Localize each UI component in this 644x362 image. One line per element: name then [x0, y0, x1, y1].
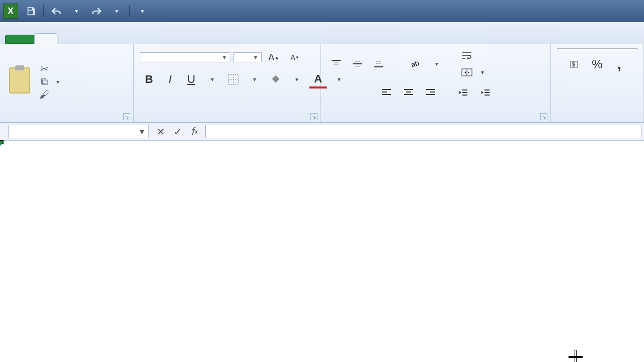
alignment-dialog-launcher[interactable]: ↘	[540, 113, 547, 120]
align-middle-icon[interactable]	[348, 55, 366, 73]
merge-center-button[interactable]: ▾	[457, 65, 488, 79]
borders-dropdown[interactable]: ▾	[246, 70, 264, 88]
enter-edit-icon[interactable]: ✓	[170, 125, 185, 139]
group-font: ▾ ▾ A▲ A▼ B I U ▾ ▾	[134, 44, 321, 122]
qat-customize-icon[interactable]: ▾	[135, 4, 150, 19]
cancel-edit-icon[interactable]: ✕	[153, 125, 168, 139]
insert-function-icon[interactable]: fx	[187, 125, 202, 139]
comma-icon[interactable]: ,	[610, 55, 628, 73]
clipboard-icon	[9, 67, 30, 94]
chevron-down-icon: ▾	[481, 69, 484, 76]
name-box[interactable]: ▼	[8, 125, 149, 138]
fill-color-button[interactable]	[267, 70, 285, 88]
number-format-combo[interactable]	[557, 48, 637, 51]
undo-icon[interactable]	[49, 4, 64, 19]
group-alignment-label: ↘	[321, 119, 550, 122]
shrink-font-icon[interactable]: A▼	[286, 48, 304, 66]
redo-icon[interactable]	[89, 4, 104, 19]
chevron-down-icon: ▼	[138, 128, 145, 136]
chevron-down-icon: ▾	[254, 54, 257, 61]
group-clipboard-label: ↘	[0, 119, 133, 122]
error-indicator-icon	[0, 141, 5, 146]
grow-font-icon[interactable]: A▲	[265, 48, 283, 66]
format-painter-button[interactable]: 🖌	[38, 90, 59, 100]
excel-app-icon[interactable]: X	[3, 4, 18, 19]
scissors-icon: ✂	[38, 64, 50, 74]
undo-dropdown-icon[interactable]: ▾	[69, 4, 84, 19]
quick-access-toolbar: X ▾ ▾ ▾	[0, 4, 150, 19]
group-number: $ % ,	[551, 44, 644, 122]
underline-button[interactable]: U	[182, 70, 200, 88]
chevron-down-icon: ▾	[56, 78, 59, 85]
svg-text:$: $	[572, 62, 575, 67]
increase-indent-icon[interactable]	[476, 83, 494, 102]
tab-home[interactable]	[34, 33, 57, 44]
underline-dropdown[interactable]: ▾	[203, 70, 221, 88]
italic-button[interactable]: I	[161, 70, 179, 88]
tab-insert[interactable]	[57, 33, 80, 44]
merge-icon	[461, 67, 473, 77]
group-number-label	[551, 119, 643, 122]
paintbrush-icon: 🖌	[38, 90, 50, 100]
accounting-format-icon[interactable]: $	[566, 55, 584, 73]
font-name-combo[interactable]: ▾	[140, 52, 230, 62]
align-right-icon[interactable]	[422, 83, 440, 102]
group-alignment: ab ▾ ▾	[321, 44, 551, 122]
orientation-dropdown[interactable]: ▾	[428, 55, 446, 73]
ribbon: ✂ ⧉ ▾ 🖌 ↘	[0, 44, 644, 123]
formula-input[interactable]	[205, 125, 642, 138]
tab-page-layout[interactable]	[80, 33, 104, 44]
tab-formulas[interactable]	[104, 33, 127, 44]
paste-button[interactable]	[4, 64, 35, 100]
chevron-down-icon: ▾	[223, 54, 226, 61]
svg-text:ab: ab	[410, 58, 420, 68]
ribbon-tabs	[0, 22, 644, 44]
wrap-text-icon	[461, 50, 473, 60]
title-bar: X ▾ ▾ ▾	[0, 0, 644, 22]
redo-dropdown-icon[interactable]: ▾	[109, 4, 124, 19]
tab-view[interactable]	[173, 33, 196, 44]
font-size-combo[interactable]: ▾	[233, 52, 262, 62]
orientation-button[interactable]: ab	[406, 55, 424, 73]
align-top-icon[interactable]	[327, 55, 345, 73]
borders-button[interactable]	[224, 70, 243, 88]
font-dialog-launcher[interactable]: ↘	[310, 113, 317, 120]
align-left-icon[interactable]	[377, 83, 395, 102]
fill-color-dropdown[interactable]: ▾	[288, 70, 306, 88]
group-clipboard: ✂ ⧉ ▾ 🖌 ↘	[0, 44, 134, 122]
percent-icon[interactable]: %	[588, 55, 606, 73]
align-center-icon[interactable]	[399, 83, 418, 102]
group-font-label: ↘	[134, 119, 320, 122]
copy-button[interactable]: ⧉ ▾	[38, 77, 59, 87]
wrap-text-button[interactable]	[457, 48, 488, 62]
bold-button[interactable]: B	[140, 70, 158, 88]
decrease-indent-icon[interactable]	[454, 83, 472, 102]
save-icon[interactable]	[23, 4, 38, 19]
formula-bar: ▼ ✕ ✓ fx	[0, 123, 644, 141]
tab-file[interactable]	[5, 35, 34, 44]
tab-data[interactable]	[127, 33, 150, 44]
align-bottom-icon[interactable]	[369, 55, 387, 73]
copy-icon: ⧉	[38, 77, 50, 87]
cut-button[interactable]: ✂	[38, 64, 59, 74]
cell-cursor-icon	[569, 350, 583, 362]
clipboard-dialog-launcher[interactable]: ↘	[123, 113, 130, 120]
tab-review[interactable]	[150, 33, 173, 44]
